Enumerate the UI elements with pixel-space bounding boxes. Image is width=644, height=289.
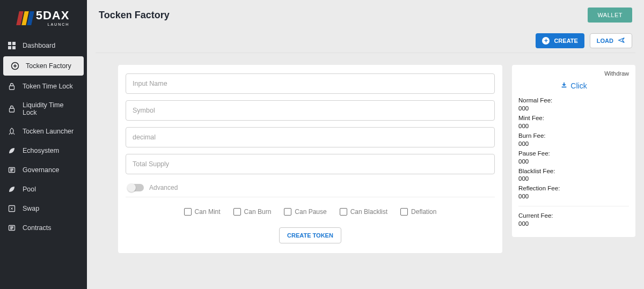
checkbox-icon: [400, 208, 408, 216]
sidebar-item-governance[interactable]: Governance: [0, 160, 87, 180]
plus-circle-icon: [11, 62, 19, 70]
supply-input[interactable]: [126, 154, 495, 174]
sidebar-item-label: Token Time Lock: [23, 83, 73, 90]
fee-value: 000: [518, 175, 629, 183]
fee-label: Current Fee:: [518, 212, 629, 220]
advanced-row: Advanced: [126, 181, 495, 197]
fees-panel: Withdraw Click Normal Fee:000 Mint Fee:0…: [512, 65, 635, 237]
logo-bars-icon: [18, 11, 33, 25]
main: Tocken Factory WALLET + CREATE LOAD: [87, 0, 644, 289]
svg-rect-2: [8, 46, 11, 49]
content: Advanced Can Mint Can Burn Can Pause Can…: [96, 65, 635, 253]
page-title: Tocken Factory: [99, 10, 170, 21]
sidebar-item-liquidity-time-lock[interactable]: Liquidity Time Lock: [0, 96, 87, 122]
check-can-pause[interactable]: Can Pause: [284, 208, 326, 216]
click-label: Click: [570, 81, 587, 90]
topbar: Tocken Factory WALLET: [96, 0, 635, 28]
fee-label: Normal Fee:: [518, 97, 629, 105]
actions-row: + CREATE LOAD: [96, 28, 635, 53]
sidebar-item-label: Tocken Factory: [26, 62, 71, 70]
check-label: Deflation: [411, 208, 436, 216]
leaf-icon: [8, 146, 16, 155]
create-button[interactable]: + CREATE: [536, 33, 584, 48]
contract-icon: [8, 224, 16, 232]
fee-label: Blacklist Fee:: [518, 167, 629, 175]
svg-rect-6: [10, 108, 14, 112]
load-button-label: LOAD: [597, 38, 613, 44]
bank-icon: [8, 166, 16, 174]
fee-label: Pause Fee:: [518, 150, 629, 158]
check-can-blacklist[interactable]: Can Blacklist: [340, 208, 387, 216]
checkbox-icon: [184, 208, 192, 216]
fee-value: 000: [518, 158, 629, 166]
download-icon: [560, 81, 568, 90]
sidebar-item-contracts[interactable]: Contracts: [0, 218, 87, 238]
sidebar-item-label: Swap: [23, 205, 39, 212]
check-label: Can Pause: [295, 208, 326, 216]
sidebar-item-label: Tocken Launcher: [23, 128, 74, 135]
sidebar: 5DAX LAUNCH Dashboard Tocken Factory: [0, 0, 87, 289]
create-token-button[interactable]: CREATE TOKEN: [279, 227, 341, 243]
sidebar-item-dashboard[interactable]: Dashboard: [0, 36, 87, 55]
load-button[interactable]: LOAD: [590, 33, 632, 48]
check-label: Can Mint: [195, 208, 221, 216]
sidebar-item-label: Dashboard: [23, 42, 55, 49]
sidebar-item-label: Governance: [23, 166, 59, 174]
withdraw-link[interactable]: Withdraw: [604, 70, 629, 77]
sidebar-item-label: Contracts: [23, 224, 52, 232]
advanced-label: Advanced: [149, 184, 178, 191]
fee-label: Mint Fee:: [518, 114, 629, 122]
advanced-toggle[interactable]: [128, 184, 144, 191]
checkbox-icon: [340, 208, 347, 216]
create-button-label: CREATE: [554, 38, 577, 44]
symbol-input[interactable]: [126, 100, 495, 121]
wallet-button[interactable]: WALLET: [588, 8, 632, 23]
checkbox-icon: [233, 208, 241, 216]
sidebar-item-swap[interactable]: Swap: [0, 199, 87, 218]
dashboard-icon: [8, 41, 16, 50]
checks-row: Can Mint Can Burn Can Pause Can Blacklis…: [126, 201, 495, 219]
rocket-icon: [8, 127, 16, 136]
form-panel: Advanced Can Mint Can Burn Can Pause Can…: [118, 65, 502, 253]
sidebar-item-token-launcher[interactable]: Tocken Launcher: [0, 122, 87, 141]
svg-rect-5: [10, 86, 14, 90]
check-label: Can Blacklist: [350, 208, 387, 216]
sidebar-item-label: Pool: [23, 186, 36, 193]
leaf-icon: [8, 185, 16, 194]
sidebar-item-echosystem[interactable]: Echosystem: [0, 141, 87, 160]
send-icon: [618, 36, 625, 45]
fee-value: 000: [518, 140, 629, 148]
sidebar-item-token-time-lock[interactable]: Token Time Lock: [0, 77, 87, 96]
decimal-input[interactable]: [126, 127, 495, 147]
swap-icon: [8, 204, 16, 213]
svg-rect-3: [12, 46, 16, 49]
check-deflation[interactable]: Deflation: [400, 208, 436, 216]
plus-icon: +: [542, 37, 550, 45]
checkbox-icon: [284, 208, 291, 216]
fee-list: Normal Fee:000 Mint Fee:000 Burn Fee:000…: [518, 97, 629, 228]
logo: 5DAX LAUNCH: [0, 0, 87, 36]
sidebar-item-label: Liquidity Time Lock: [23, 101, 79, 116]
click-link[interactable]: Click: [518, 81, 629, 90]
fee-value: 000: [518, 192, 629, 201]
brand-name: 5DAX: [36, 10, 70, 21]
check-can-burn[interactable]: Can Burn: [233, 208, 272, 216]
sidebar-item-pool[interactable]: Pool: [0, 180, 87, 199]
name-input[interactable]: [126, 73, 495, 94]
fee-label: Reflection Fee:: [518, 184, 629, 192]
sidebar-item-token-factory[interactable]: Tocken Factory: [3, 56, 84, 76]
check-can-mint[interactable]: Can Mint: [184, 208, 221, 216]
lock-icon: [8, 105, 16, 113]
fee-value: 000: [518, 105, 629, 113]
nav: Dashboard Tocken Factory Token Time Lock…: [0, 36, 87, 289]
check-label: Can Burn: [244, 208, 272, 216]
fee-label: Burn Fee:: [518, 132, 629, 140]
svg-rect-0: [8, 42, 11, 45]
fee-value: 000: [518, 122, 629, 130]
sidebar-item-label: Echosystem: [23, 147, 59, 154]
svg-rect-1: [12, 42, 16, 45]
lock-icon: [8, 82, 16, 91]
brand-sub: LAUNCH: [36, 23, 70, 26]
fee-value: 000: [518, 220, 629, 228]
